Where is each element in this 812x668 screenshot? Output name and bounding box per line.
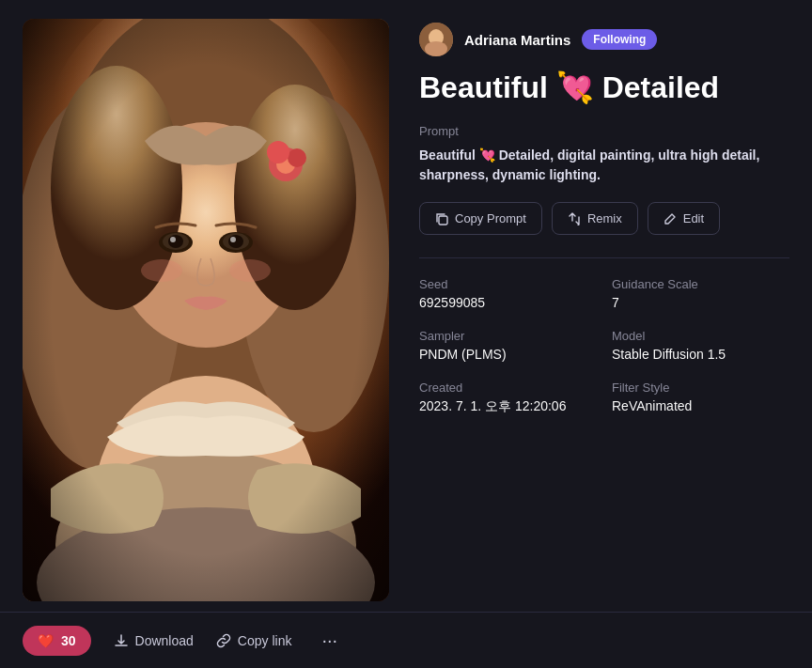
- copy-prompt-button[interactable]: Copy Prompt: [419, 202, 542, 235]
- model-label: Model: [612, 329, 789, 343]
- link-icon: [216, 633, 231, 648]
- remix-button[interactable]: Remix: [552, 202, 638, 235]
- heart-icon: ❤️: [38, 633, 54, 648]
- seed-value: 692599085: [419, 295, 597, 310]
- more-options-button[interactable]: ···: [314, 626, 345, 655]
- copy-icon: [435, 212, 448, 225]
- svg-point-28: [425, 41, 447, 56]
- following-button[interactable]: Following: [582, 29, 657, 50]
- copy-link-button[interactable]: Copy link: [216, 633, 292, 648]
- remix-icon: [568, 212, 581, 225]
- download-icon: [114, 633, 129, 648]
- action-buttons: Copy Prompt Remix Edit: [419, 202, 789, 235]
- meta-seed: Seed 692599085: [419, 277, 597, 310]
- sampler-value: PNDM (PLMS): [419, 347, 597, 362]
- svg-rect-25: [23, 19, 389, 601]
- edit-button[interactable]: Edit: [648, 202, 720, 235]
- like-count: 30: [61, 633, 76, 648]
- download-button[interactable]: Download: [114, 633, 194, 648]
- created-value: 2023. 7. 1. 오후 12:20:06: [419, 398, 597, 415]
- meta-guidance: Guidance Scale 7: [612, 277, 789, 310]
- meta-sampler: Sampler PNDM (PLMS): [419, 329, 597, 362]
- sampler-label: Sampler: [419, 329, 597, 343]
- divider: [419, 257, 789, 258]
- model-value: Stable Diffusion 1.5: [612, 347, 789, 362]
- meta-created: Created 2023. 7. 1. 오후 12:20:06: [419, 381, 597, 415]
- image-panel: [23, 19, 389, 593]
- metadata-grid: Seed 692599085 Guidance Scale 7 Sampler …: [419, 277, 789, 415]
- author-row: Adriana Martins Following: [419, 23, 789, 56]
- prompt-text: Beautiful 💘 Detailed, digital painting, …: [419, 146, 789, 185]
- like-button[interactable]: ❤️ 30: [23, 626, 91, 656]
- prompt-label: Prompt: [419, 124, 789, 138]
- info-panel: Adriana Martins Following Beautiful 💘 De…: [419, 19, 789, 593]
- guidance-label: Guidance Scale: [612, 277, 789, 291]
- bottom-bar: ❤️ 30 Download Copy link ···: [0, 612, 812, 668]
- svg-rect-29: [439, 216, 447, 225]
- download-label: Download: [135, 633, 194, 648]
- copy-link-label: Copy link: [238, 633, 292, 648]
- artwork-image[interactable]: [23, 19, 389, 601]
- avatar: [419, 23, 453, 56]
- author-name: Adriana Martins: [464, 32, 570, 48]
- more-icon: ···: [321, 629, 337, 650]
- meta-filter: Filter Style ReVAnimated: [612, 381, 789, 415]
- filter-label: Filter Style: [612, 381, 789, 395]
- edit-icon: [664, 212, 677, 225]
- filter-value: ReVAnimated: [612, 398, 789, 413]
- meta-model: Model Stable Diffusion 1.5: [612, 329, 789, 362]
- guidance-value: 7: [612, 295, 789, 310]
- seed-label: Seed: [419, 277, 597, 291]
- image-title: Beautiful 💘 Detailed: [419, 70, 789, 105]
- created-label: Created: [419, 381, 597, 395]
